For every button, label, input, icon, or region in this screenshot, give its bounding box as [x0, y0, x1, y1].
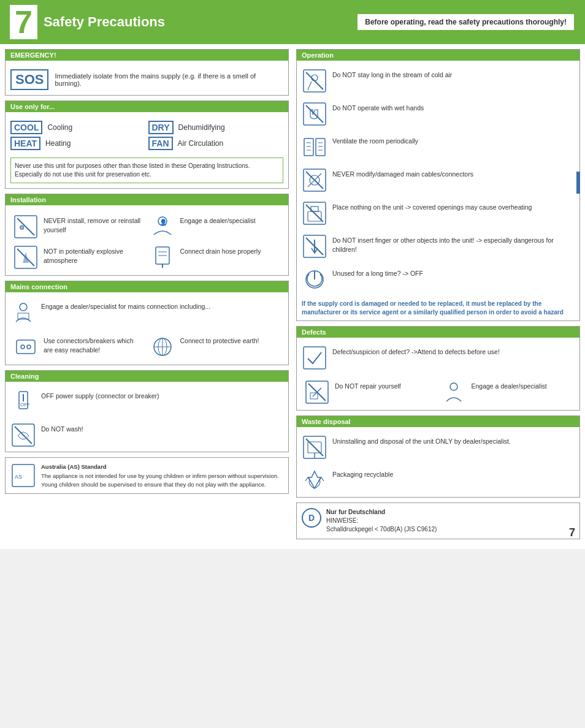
fan-label: Air Circulation — [178, 139, 224, 148]
svg-rect-31 — [304, 138, 313, 156]
op-item-6: Do NOT insert finger or other objects in… — [297, 230, 579, 263]
use-only-section: Use only for... COOL Cooling DRY Dehumid… — [5, 100, 289, 189]
mains-item-3: Connect to protective earth! — [147, 332, 284, 362]
svg-line-43 — [306, 205, 323, 222]
op-item-4: NEVER modify/damaged main cables/connect… — [297, 164, 579, 197]
svg-point-13 — [21, 345, 25, 349]
op-text-1: Do NOT stay long in the stream of cold a… — [332, 68, 575, 80]
page-title: Safety Precautions — [44, 14, 165, 30]
no-place-on-icon — [302, 200, 327, 226]
cleaning-header: Cleaning — [6, 371, 288, 382]
op-item-5: Place nothing on the unit -> covered ope… — [297, 197, 579, 230]
page-number-footer: 7 — [569, 526, 575, 539]
recycle-icon — [302, 468, 327, 493]
cleaning-text-1: OFF power supply (connector or breaker) — [41, 389, 283, 401]
drain-hose-icon — [150, 245, 175, 270]
emergency-description: Immediately isolate from the mains suppl… — [55, 72, 283, 87]
waste-header: Waste disposal — [297, 416, 579, 427]
mains-grid: Use connectors/breakers which are easy r… — [6, 329, 288, 365]
dry-label: Dehumidifying — [178, 123, 225, 132]
defects-grid: Do NOT repair yourself Engage a dealer/s… — [297, 374, 579, 410]
cleaning-section: Cleaning OFF OFF power supply (connector… — [5, 370, 289, 452]
defect-icon — [302, 345, 327, 371]
op-text-7: Unused for a long time? -> OFF — [332, 267, 575, 278]
waste-item-1: Uninstalling and disposal of the unit ON… — [297, 431, 579, 464]
waste-item-2: Packaging recyclable — [297, 464, 579, 497]
power-off-icon: OFF — [10, 389, 36, 415]
page-number-header: 7 — [10, 5, 37, 39]
defect-item-2: Do NOT repair yourself — [302, 377, 438, 408]
defect-item-3: Engage a dealer/specialist — [438, 377, 575, 408]
use-item-fan: FAN Air Circulation — [148, 137, 284, 150]
fan-icon: FAN — [148, 137, 173, 150]
mains-item-1: Engage a dealer/specialist for mains con… — [6, 296, 288, 329]
waste-text-1: Uninstalling and disposal of the unit ON… — [332, 434, 575, 446]
dealer-icon: 👤 — [150, 214, 175, 240]
cleaning-item-2: Do NOT wash! — [6, 419, 288, 452]
waste-text-2: Packaging recyclable — [332, 468, 575, 479]
installation-section: Installation ⚙ NEVER install, remove or … — [5, 194, 289, 276]
no-explosion-icon — [13, 245, 39, 270]
use-only-header: Use only for... — [6, 101, 288, 112]
svg-text:⚙: ⚙ — [19, 224, 25, 231]
mains-text-3: Connect to protective earth! — [180, 334, 281, 346]
mains-text-2: Use connectors/breakers which are easy r… — [44, 334, 145, 354]
side-indicator — [576, 172, 580, 194]
op-item-2: Do NOT operate with wet hands — [297, 97, 579, 131]
installation-header: Installation — [6, 194, 288, 205]
header-notice: Before operating, read the safety precau… — [356, 13, 575, 31]
no-insert-icon — [302, 233, 327, 259]
svg-text:OFF: OFF — [20, 402, 30, 408]
install-item-2: 👤 Engage a dealer/specialist — [147, 211, 284, 242]
right-column: Operation Do NOT stay long in the stream… — [292, 49, 580, 544]
svg-rect-49 — [304, 347, 326, 369]
cool-icon: COOL — [10, 121, 42, 134]
no-wet-hands-icon — [302, 101, 327, 127]
australia-section: AS Australia (AS) Standard The appliance… — [5, 457, 289, 494]
use-item-dry: DRY Dehumidifying — [148, 121, 284, 134]
op-text-5: Place nothing on the unit -> covered ope… — [332, 200, 575, 212]
use-item-heat: HEAT Heating — [10, 137, 146, 150]
earth-icon — [150, 334, 175, 360]
heat-label: Heating — [45, 139, 71, 148]
mains-header: Mains connection — [6, 281, 288, 292]
operation-section: Operation Do NOT stay long in the stream… — [296, 49, 580, 321]
left-column: EMERGENCY! SOS Immediately isolate from … — [5, 49, 292, 544]
svg-point-14 — [27, 345, 31, 349]
no-modify-icon — [302, 167, 327, 193]
install-text-3: NOT in potentially explosive atmosphere — [44, 245, 145, 265]
defect-dealer-icon — [441, 379, 467, 405]
op-text-6: Do NOT insert finger or other objects in… — [332, 233, 575, 254]
svg-line-30 — [306, 105, 323, 123]
install-item-4: Connect drain hose properly — [147, 242, 284, 273]
emergency-content: SOS Immediately isolate from the mains s… — [6, 64, 288, 95]
supply-cord-note: If the supply cord is damaged or needed … — [297, 296, 579, 320]
germany-section: D Nur fur Deutschland HINWEISE: Schalldr… — [296, 502, 580, 539]
use-note: Never use this unit for purposes other t… — [10, 157, 283, 183]
installation-grid: ⚙ NEVER install, remove or reinstall you… — [6, 209, 288, 275]
mains-item-2: Use connectors/breakers which are easy r… — [10, 332, 147, 362]
op-item-3: Ventilate the room periodically — [297, 131, 579, 164]
germany-d-icon: D — [302, 508, 321, 528]
page-header: 7 Safety Precautions Before operating, r… — [0, 0, 585, 44]
australia-icon: AS — [10, 463, 36, 488]
svg-text:👤: 👤 — [159, 218, 167, 226]
sos-icon: SOS — [10, 69, 48, 90]
svg-point-10 — [20, 303, 27, 311]
no-install-icon: ⚙ — [13, 214, 39, 240]
dry-icon: DRY — [148, 121, 174, 134]
op-item-7: Unused for a long time? -> OFF — [297, 263, 579, 296]
cleaning-text-2: Do NOT wash! — [41, 422, 283, 434]
uninstall-icon — [302, 434, 327, 460]
svg-rect-12 — [17, 340, 35, 354]
install-text-4: Connect drain hose properly — [180, 245, 281, 256]
defect-text-2: Do NOT repair yourself — [335, 379, 436, 391]
defects-header: Defects — [297, 327, 579, 338]
mains-specialist-icon — [10, 300, 36, 325]
no-repair-icon — [304, 379, 330, 405]
svg-rect-32 — [316, 138, 325, 156]
svg-point-53 — [450, 383, 457, 390]
defect-item-1: Defect/suspicion of defect? ->Attend to … — [297, 341, 579, 374]
install-item-1: ⚙ NEVER install, remove or reinstall you… — [10, 211, 147, 242]
defects-section: Defects Defect/suspicion of defect? ->At… — [296, 326, 580, 411]
